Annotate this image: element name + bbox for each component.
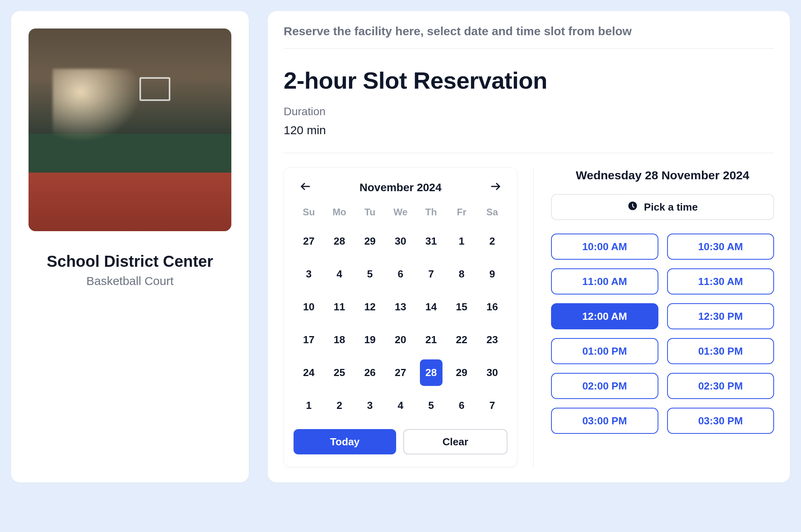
calendar-day[interactable]: 5 (420, 392, 442, 419)
calendar-day[interactable]: 17 (298, 327, 320, 353)
calendar-day[interactable]: 4 (389, 392, 412, 419)
calendar-day[interactable]: 8 (450, 261, 473, 287)
time-slot[interactable]: 12:30 PM (667, 303, 774, 329)
calendar-month-label: November 2024 (359, 181, 441, 194)
calendar-day[interactable]: 15 (450, 294, 473, 320)
facility-card: School District Center Basketball Court (11, 11, 249, 483)
calendar-day[interactable]: 31 (420, 228, 442, 255)
calendar-day[interactable]: 25 (328, 359, 351, 386)
time-slot[interactable]: 01:30 PM (667, 338, 774, 364)
calendar-day[interactable]: 28 (420, 359, 442, 386)
calendar-day[interactable]: 28 (328, 228, 351, 255)
time-slot[interactable]: 02:00 PM (551, 373, 658, 399)
time-slot[interactable]: 03:00 PM (551, 408, 658, 434)
calendar-day[interactable]: 2 (481, 228, 503, 255)
calendar-day[interactable]: 29 (450, 359, 473, 386)
time-slot[interactable]: 10:00 AM (551, 234, 658, 260)
calendar-day[interactable]: 19 (359, 327, 381, 353)
selected-date-label: Wednesday 28 November 2024 (551, 167, 774, 183)
calendar-day[interactable]: 1 (298, 392, 320, 419)
reservation-heading: 2-hour Slot Reservation (284, 67, 774, 94)
calendar-day[interactable]: 23 (481, 327, 503, 353)
calendar-next-button[interactable] (487, 179, 504, 196)
calendar-prev-button[interactable] (297, 179, 314, 196)
calendar-day[interactable]: 16 (481, 294, 503, 320)
calendar-day[interactable]: 21 (420, 327, 442, 353)
time-slot[interactable]: 03:30 PM (667, 408, 774, 434)
facility-image (29, 28, 231, 231)
calendar-day[interactable]: 27 (389, 359, 412, 386)
facility-name: School District Center (47, 253, 213, 270)
duration-label: Duration (284, 105, 774, 118)
calendar-day[interactable]: 27 (298, 228, 320, 255)
clear-button[interactable]: Clear (403, 429, 507, 454)
calendar-day[interactable]: 7 (481, 392, 503, 419)
calendar-day[interactable]: 30 (389, 228, 412, 255)
calendar-day[interactable]: 3 (359, 392, 381, 419)
duration-value: 120 min (284, 124, 774, 153)
calendar-day[interactable]: 14 (420, 294, 442, 320)
reservation-hint: Reserve the facility here, select date a… (284, 25, 774, 49)
time-slot[interactable]: 10:30 AM (667, 234, 774, 260)
calendar-day[interactable]: 18 (328, 327, 351, 353)
calendar-day[interactable]: 26 (359, 359, 381, 386)
today-button[interactable]: Today (294, 429, 396, 454)
calendar-dow: Th (416, 203, 446, 223)
calendar: November 2024 SuMoTuWeThFrSa272829303112… (284, 167, 517, 467)
calendar-dow: Su (294, 203, 324, 223)
reservation-card: Reserve the facility here, select date a… (268, 11, 790, 483)
calendar-day[interactable]: 3 (298, 261, 320, 287)
calendar-day[interactable]: 22 (450, 327, 473, 353)
time-slot[interactable]: 02:30 PM (667, 373, 774, 399)
calendar-day[interactable]: 20 (389, 327, 412, 353)
calendar-day[interactable]: 7 (420, 261, 442, 287)
calendar-day[interactable]: 24 (298, 359, 320, 386)
calendar-day[interactable]: 13 (389, 294, 412, 320)
calendar-day[interactable]: 5 (359, 261, 381, 287)
calendar-dow: Fr (446, 203, 477, 223)
time-slot[interactable]: 11:30 AM (667, 268, 774, 294)
time-slots: 10:00 AM10:30 AM11:00 AM11:30 AM12:00 AM… (551, 234, 774, 434)
calendar-dow: Mo (324, 203, 355, 223)
pick-time-label: Pick a time (644, 201, 698, 213)
arrow-left-icon (299, 180, 311, 195)
calendar-day[interactable]: 29 (359, 228, 381, 255)
calendar-dow: Sa (477, 203, 507, 223)
calendar-day[interactable]: 30 (481, 359, 503, 386)
facility-room: Basketball Court (86, 274, 174, 288)
arrow-right-icon (490, 180, 502, 195)
calendar-day[interactable]: 11 (328, 294, 351, 320)
calendar-day[interactable]: 2 (328, 392, 351, 419)
calendar-day[interactable]: 10 (298, 294, 320, 320)
time-slot[interactable]: 12:00 AM (551, 303, 658, 329)
calendar-grid: SuMoTuWeThFrSa27282930311234567891011121… (294, 203, 507, 420)
calendar-day[interactable]: 9 (481, 261, 503, 287)
calendar-day[interactable]: 4 (328, 261, 351, 287)
clock-icon (627, 201, 638, 214)
calendar-day[interactable]: 1 (450, 228, 473, 255)
time-slot[interactable]: 01:00 PM (551, 338, 658, 364)
pick-time-button[interactable]: Pick a time (551, 194, 774, 220)
calendar-dow: Tu (355, 203, 385, 223)
calendar-dow: We (385, 203, 416, 223)
time-column: Wednesday 28 November 2024 Pick a time 1… (533, 167, 774, 467)
calendar-day[interactable]: 6 (389, 261, 412, 287)
calendar-day[interactable]: 6 (450, 392, 473, 419)
calendar-day[interactable]: 12 (359, 294, 381, 320)
time-slot[interactable]: 11:00 AM (551, 268, 658, 294)
